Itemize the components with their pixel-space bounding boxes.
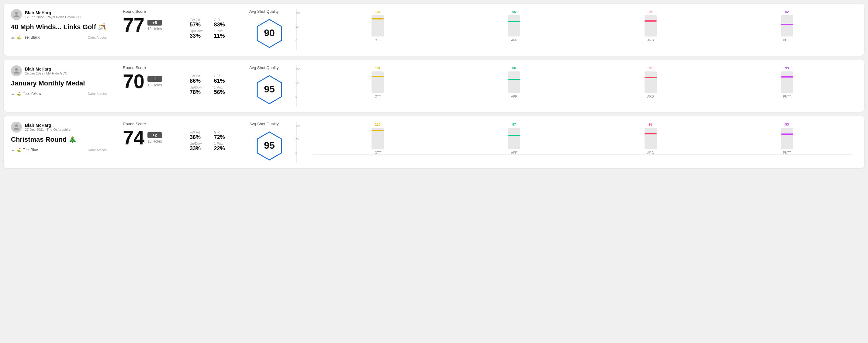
stat-gir-value: 61% xyxy=(214,78,234,84)
stat-updown: Up/Down33% xyxy=(190,142,209,152)
bar-col-putt: 99PUTT xyxy=(722,66,852,98)
stat-fw-hit-label: FW Hit xyxy=(190,18,209,22)
card-left-section: Blair McHarg29 Jan 2022 · Mill Ride GCCJ… xyxy=(11,65,114,106)
stat-updown-value: 78% xyxy=(190,89,209,95)
bar-col-arg: 95ARG xyxy=(586,123,716,154)
stat-gir-value: 72% xyxy=(214,134,234,141)
big-score: 74 xyxy=(123,128,145,148)
svg-text:90: 90 xyxy=(264,27,275,38)
stat-gir-label: GIR xyxy=(214,130,234,134)
quality-section: Avg Shot Quality95 xyxy=(242,122,297,163)
round-title: 40 Mph Winds... Links Golf 🪃 xyxy=(11,23,107,31)
user-date: 27 Dec 2021 · The Oxfordshire xyxy=(25,128,70,131)
stat-fw-hit: FW Hit86% xyxy=(190,74,209,84)
avatar xyxy=(11,9,22,20)
stat-oneputt-label: 1 Putt xyxy=(214,142,234,145)
hexagon-quality: 95 xyxy=(254,73,285,106)
bar-col-ott: 107OTT xyxy=(313,10,443,42)
bar-chart-container: 100500107OTT95APP98ARG82PUTT xyxy=(304,11,852,48)
weather-icon: ☁ xyxy=(11,148,14,152)
bar-chart-container: 100500101OTT86APP96ARG99PUTT xyxy=(304,68,852,104)
round-score-section: Round Score74+218 Holes xyxy=(114,122,181,163)
round-title: January Monthly Medal xyxy=(11,80,107,87)
round-card-round1: Blair McHarg12 Feb 2022 · Royal North De… xyxy=(4,4,864,56)
bag-icon: ⛳ xyxy=(17,148,21,152)
bag-icon: ⛳ xyxy=(17,92,21,96)
stat-gir-label: GIR xyxy=(214,18,234,22)
hexagon-quality: 90 xyxy=(254,17,285,50)
quality-label: Avg Shot Quality xyxy=(249,65,279,70)
weather-icon: ☁ xyxy=(11,35,14,39)
round-card-round2: Blair McHarg29 Jan 2022 · Mill Ride GCCJ… xyxy=(4,60,864,112)
stat-oneputt-label: 1 Putt xyxy=(214,86,234,89)
round-card-round3: Blair McHarg27 Dec 2021 · The Oxfordshir… xyxy=(4,116,864,168)
bar-col-app: 86APP xyxy=(449,66,580,98)
bar-col-ott: 101OTT xyxy=(313,66,443,98)
stat-oneputt-value: 22% xyxy=(214,145,234,152)
data-source: Data: Arccos xyxy=(88,148,107,152)
card-left-section: Blair McHarg12 Feb 2022 · Royal North De… xyxy=(11,9,114,50)
bar-chart-container: 100500110OTT87APP95ARG93PUTT xyxy=(304,124,852,161)
user-name: Blair McHarg xyxy=(25,67,67,71)
stat-updown-value: 33% xyxy=(190,145,209,152)
stat-fw-hit-value: 86% xyxy=(190,78,209,84)
stats-section: FW Hit86%GIR61%Up/Down78%1 Putt56% xyxy=(181,65,242,106)
quality-label: Avg Shot Quality xyxy=(249,9,279,14)
tee-info: ☁⛳Tee: Black xyxy=(11,35,39,39)
data-source: Data: Arccos xyxy=(88,92,107,95)
bar-col-arg: 98ARG xyxy=(586,10,716,42)
chart-section: 100500101OTT86APP96ARG99PUTT xyxy=(297,65,857,106)
score-badge: +5 xyxy=(148,20,162,26)
stats-section: FW Hit36%GIR72%Up/Down33%1 Putt22% xyxy=(181,122,242,163)
round-score-section: Round Score70-218 Holes xyxy=(114,65,181,106)
bar-col-putt: 82PUTT xyxy=(722,10,852,42)
card-left-section: Blair McHarg27 Dec 2021 · The Oxfordshir… xyxy=(11,122,114,163)
stat-updown-label: Up/Down xyxy=(190,29,209,33)
stat-gir: GIR72% xyxy=(214,130,234,141)
round-title: Christmas Round 🎄 xyxy=(11,136,107,144)
svg-text:95: 95 xyxy=(264,140,275,151)
stat-fw-hit: FW Hit57% xyxy=(190,18,209,28)
stat-updown-value: 33% xyxy=(190,33,209,39)
big-score: 77 xyxy=(123,15,145,35)
stat-gir-value: 83% xyxy=(214,22,234,28)
stat-fw-hit-label: FW Hit xyxy=(190,74,209,78)
stat-oneputt-value: 11% xyxy=(214,33,234,39)
stat-oneputt: 1 Putt22% xyxy=(214,142,234,152)
user-date: 12 Feb 2022 · Royal North Devon GC xyxy=(25,15,81,19)
user-date: 29 Jan 2022 · Mill Ride GCC xyxy=(25,71,67,75)
stats-section: FW Hit57%GIR83%Up/Down33%1 Putt11% xyxy=(181,9,242,50)
tee-label: Tee: Blue xyxy=(23,148,38,152)
user-name: Blair McHarg xyxy=(25,123,70,128)
stat-fw-hit-value: 57% xyxy=(190,22,209,28)
big-score: 70 xyxy=(123,72,145,91)
stat-gir: GIR83% xyxy=(214,18,234,28)
avatar xyxy=(11,65,22,76)
round-score-label: Round Score xyxy=(123,122,173,126)
tee-info: ☁⛳Tee: Blue xyxy=(11,148,38,152)
stat-updown: Up/Down78% xyxy=(190,86,209,95)
round-score-section: Round Score77+518 Holes xyxy=(114,9,181,50)
stat-oneputt: 1 Putt11% xyxy=(214,29,234,39)
tee-label: Tee: Yellow xyxy=(23,92,41,96)
stat-oneputt-label: 1 Putt xyxy=(214,29,234,33)
score-badge: +2 xyxy=(148,132,162,138)
data-source: Data: Arccos xyxy=(88,36,107,39)
bar-col-app: 95APP xyxy=(449,10,580,42)
quality-section: Avg Shot Quality95 xyxy=(242,65,297,106)
round-score-label: Round Score xyxy=(123,9,173,14)
bar-col-app: 87APP xyxy=(449,123,580,154)
holes-label: 18 Holes xyxy=(148,83,162,87)
chart-section: 100500110OTT87APP95ARG93PUTT xyxy=(297,122,857,163)
bar-col-putt: 93PUTT xyxy=(722,123,852,154)
stat-fw-hit-label: FW Hit xyxy=(190,130,209,134)
stat-oneputt-value: 56% xyxy=(214,89,234,95)
bag-icon: ⛳ xyxy=(17,35,21,39)
holes-label: 18 Holes xyxy=(148,139,162,144)
stat-gir-label: GIR xyxy=(214,74,234,78)
stat-fw-hit: FW Hit36% xyxy=(190,130,209,141)
user-name: Blair McHarg xyxy=(25,10,81,15)
stat-fw-hit-value: 36% xyxy=(190,134,209,141)
stat-oneputt: 1 Putt56% xyxy=(214,86,234,95)
bar-col-arg: 96ARG xyxy=(586,66,716,98)
